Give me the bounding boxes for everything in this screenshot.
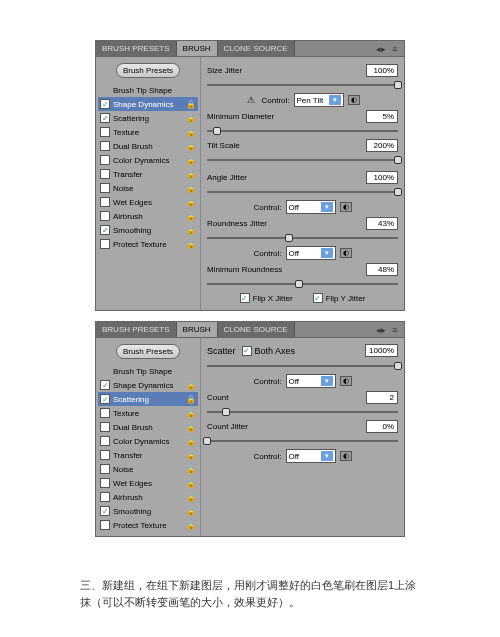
sidebar-item-dual-brush[interactable]: Dual Brush🔒 (98, 420, 198, 434)
roundness-jitter-slider[interactable] (207, 233, 398, 243)
brush-presets-button[interactable]: Brush Presets (116, 344, 180, 359)
menu-icon[interactable]: ≡ (390, 44, 400, 54)
checkbox[interactable] (100, 422, 110, 432)
checkbox[interactable] (100, 492, 110, 502)
target-icon[interactable]: ◐ (340, 248, 352, 258)
min-roundness-slider[interactable] (207, 279, 398, 289)
sidebar-item-brush-tip-shape[interactable]: Brush Tip Shape (98, 365, 198, 378)
roundness-jitter-value[interactable]: 43% (366, 217, 398, 230)
sidebar-item-protect-texture[interactable]: Protect Texture🔒 (98, 237, 198, 251)
checkbox[interactable]: ✓ (100, 225, 110, 235)
sidebar-item-airbrush[interactable]: Airbrush🔒 (98, 490, 198, 504)
flip-x-label: Flip X Jitter (253, 294, 293, 303)
sidebar-item-texture[interactable]: Texture🔒 (98, 406, 198, 420)
checkbox[interactable]: ✓ (100, 506, 110, 516)
size-jitter-slider[interactable] (207, 80, 398, 90)
lock-icon: 🔒 (186, 451, 196, 460)
scatter-label: Scatter (207, 346, 236, 356)
tab-brush-presets[interactable]: BRUSH PRESETS (96, 322, 177, 337)
sidebar-item-noise[interactable]: Noise🔒 (98, 462, 198, 476)
sidebar-item-color-dynamics[interactable]: Color Dynamics🔒 (98, 434, 198, 448)
menu-icon[interactable]: ≡ (390, 325, 400, 335)
checkbox[interactable] (100, 520, 110, 530)
size-jitter-value[interactable]: 100% (366, 64, 398, 77)
count-jitter-label: Count Jitter (207, 422, 248, 431)
min-roundness-label: Minimum Roundness (207, 265, 282, 274)
dropdown-arrow-icon: ▾ (321, 202, 333, 212)
lock-icon: 🔒 (186, 226, 196, 235)
count-value[interactable]: 2 (366, 391, 398, 404)
control-dropdown[interactable]: Off▾ (286, 449, 336, 463)
checkbox[interactable] (100, 450, 110, 460)
count-slider[interactable] (207, 407, 398, 417)
sidebar-item-smoothing[interactable]: ✓Smoothing🔒 (98, 223, 198, 237)
sidebar-item-transfer[interactable]: Transfer🔒 (98, 448, 198, 462)
sidebar-item-brush-tip-shape[interactable]: Brush Tip Shape (98, 84, 198, 97)
min-diameter-value[interactable]: 5% (366, 110, 398, 123)
checkbox[interactable]: ✓ (100, 113, 110, 123)
control-dropdown[interactable]: Off▾ (286, 374, 336, 388)
count-jitter-slider[interactable] (207, 436, 398, 446)
sidebar-item-scattering[interactable]: ✓Scattering🔒 (98, 111, 198, 125)
min-diameter-slider[interactable] (207, 126, 398, 136)
target-icon[interactable]: ◐ (348, 95, 360, 105)
sidebar-item-wet-edges[interactable]: Wet Edges🔒 (98, 195, 198, 209)
control-dropdown[interactable]: Pen Tilt▾ (294, 93, 344, 107)
checkbox[interactable] (100, 239, 110, 249)
angle-jitter-value[interactable]: 100% (366, 171, 398, 184)
checkbox[interactable] (100, 141, 110, 151)
lock-icon: 🔒 (186, 465, 196, 474)
scatter-slider[interactable] (207, 361, 398, 371)
target-icon[interactable]: ◐ (340, 451, 352, 461)
checkbox[interactable] (100, 211, 110, 221)
target-icon[interactable]: ◐ (340, 202, 352, 212)
tab-brush-presets[interactable]: BRUSH PRESETS (96, 41, 177, 56)
checkbox[interactable] (100, 169, 110, 179)
checkbox[interactable]: ✓ (100, 99, 110, 109)
tilt-scale-slider[interactable] (207, 155, 398, 165)
collapse-icon[interactable]: ◂▸ (376, 325, 386, 335)
checkbox[interactable] (100, 155, 110, 165)
tilt-scale-value[interactable]: 200% (366, 139, 398, 152)
lock-icon: 🔒 (186, 507, 196, 516)
sidebar-item-texture[interactable]: Texture🔒 (98, 125, 198, 139)
checkbox[interactable]: ✓ (100, 394, 110, 404)
tab-brush[interactable]: BRUSH (177, 41, 218, 56)
flip-x-checkbox[interactable]: ✓ (240, 293, 250, 303)
min-roundness-value[interactable]: 48% (366, 263, 398, 276)
tab-clone-source[interactable]: CLONE SOURCE (218, 322, 295, 337)
brush-presets-button[interactable]: Brush Presets (116, 63, 180, 78)
checkbox[interactable] (100, 183, 110, 193)
sidebar-item-protect-texture[interactable]: Protect Texture🔒 (98, 518, 198, 532)
checkbox[interactable] (100, 197, 110, 207)
checkbox[interactable]: ✓ (100, 380, 110, 390)
checkbox[interactable] (100, 127, 110, 137)
sidebar-item-airbrush[interactable]: Airbrush🔒 (98, 209, 198, 223)
tab-brush[interactable]: BRUSH (177, 322, 218, 337)
lock-icon: 🔒 (186, 381, 196, 390)
target-icon[interactable]: ◐ (340, 376, 352, 386)
sidebar-item-noise[interactable]: Noise🔒 (98, 181, 198, 195)
sidebar-item-wet-edges[interactable]: Wet Edges🔒 (98, 476, 198, 490)
sidebar-item-shape-dynamics[interactable]: ✓Shape Dynamics🔒 (98, 378, 198, 392)
sidebar-item-dual-brush[interactable]: Dual Brush🔒 (98, 139, 198, 153)
sidebar-item-color-dynamics[interactable]: Color Dynamics🔒 (98, 153, 198, 167)
control-dropdown[interactable]: Off▾ (286, 200, 336, 214)
collapse-icon[interactable]: ◂▸ (376, 44, 386, 54)
count-jitter-value[interactable]: 0% (366, 420, 398, 433)
both-axes-checkbox[interactable]: ✓ (242, 346, 252, 356)
tab-clone-source[interactable]: CLONE SOURCE (218, 41, 295, 56)
angle-jitter-slider[interactable] (207, 187, 398, 197)
tilt-scale-label: Tilt Scale (207, 141, 240, 150)
scatter-value[interactable]: 1000% (365, 344, 398, 357)
control-dropdown[interactable]: Off▾ (286, 246, 336, 260)
sidebar-item-scattering[interactable]: ✓Scattering🔒 (98, 392, 198, 406)
sidebar-item-shape-dynamics[interactable]: ✓Shape Dynamics🔒 (98, 97, 198, 111)
sidebar-item-transfer[interactable]: Transfer🔒 (98, 167, 198, 181)
checkbox[interactable] (100, 436, 110, 446)
sidebar-item-smoothing[interactable]: ✓Smoothing🔒 (98, 504, 198, 518)
flip-y-checkbox[interactable]: ✓ (313, 293, 323, 303)
checkbox[interactable] (100, 408, 110, 418)
checkbox[interactable] (100, 464, 110, 474)
checkbox[interactable] (100, 478, 110, 488)
